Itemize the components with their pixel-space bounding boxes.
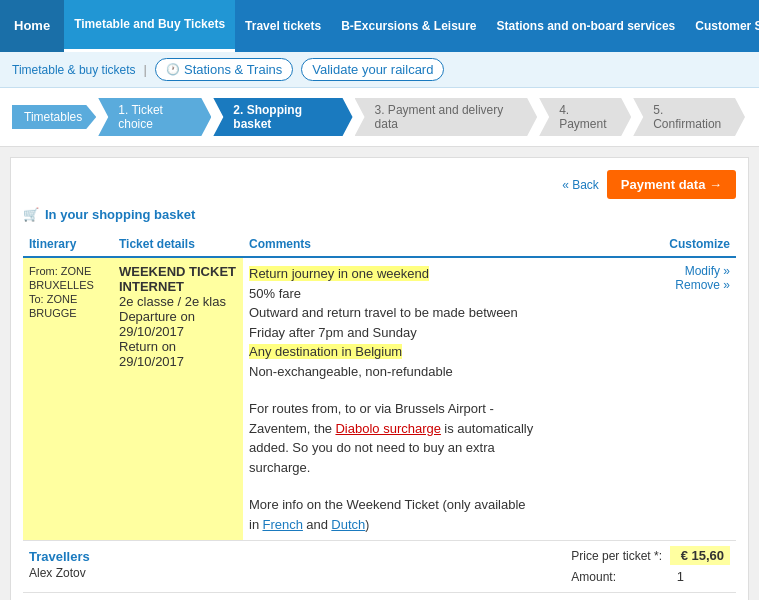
clock-icon: 🕐 (166, 63, 180, 76)
nav-customer[interactable]: Customer Service (685, 0, 759, 52)
dutch-link[interactable]: Dutch (331, 517, 365, 532)
main-content: « Back Payment data → 🛒 In your shopping… (10, 157, 749, 600)
comment-highlight-1: Return journey in one weekend (249, 266, 429, 281)
table-row: From: ZONEBRUXELLESTo: ZONEBRUGGE WEEKEN… (23, 257, 736, 541)
top-back-link[interactable]: « Back (562, 178, 599, 192)
price-per-ticket-value: € 15,60 (670, 546, 730, 565)
ticket-departure: Departure on 29/10/2017 (119, 309, 195, 339)
amount-label: Amount: (571, 570, 616, 584)
comment-line-2: 50% fare (249, 286, 301, 301)
remove-link[interactable]: Remove » (662, 278, 730, 292)
breadcrumb-separator: | (144, 62, 147, 77)
nav-stations[interactable]: Stations and on-board services (487, 0, 686, 52)
secondary-nav: Timetable & buy tickets | 🕐 Stations & T… (0, 52, 759, 88)
and-text: and (306, 517, 328, 532)
price-right-block: Price per ticket *: € 15,60 Amount: 1 (571, 546, 730, 584)
subtotal-section: Subtotal: € 15,60 (23, 593, 736, 600)
empty-cell (543, 257, 656, 541)
itinerary-text: From: ZONEBRUXELLESTo: ZONEBRUGGE (29, 265, 94, 319)
nav-excursions[interactable]: B-Excursions & Leisure (331, 0, 486, 52)
top-nav: Home Timetable and Buy Tickets Travel ti… (0, 0, 759, 52)
col-itinerary: Itinerary (23, 232, 113, 257)
steps-bar: Timetables 1. Ticket choice 2. Shopping … (0, 88, 759, 147)
travellers-section: Travellers Alex Zotov Price per ticket *… (23, 541, 736, 593)
nav-home[interactable]: Home (0, 0, 64, 52)
col-empty (543, 232, 656, 257)
nav-timetable[interactable]: Timetable and Buy Tickets (64, 0, 235, 52)
stations-trains-button[interactable]: 🕐 Stations & Trains (155, 58, 293, 81)
ticket-table: Itinerary Ticket details Comments Custom… (23, 232, 736, 541)
price-per-ticket-label: Price per ticket *: (571, 549, 662, 563)
validate-railcard-button[interactable]: Validate your railcard (301, 58, 444, 81)
top-action-bar: « Back Payment data → (23, 170, 736, 199)
comments-cell: Return journey in one weekend 50% fare O… (243, 257, 543, 541)
col-comments: Comments (243, 232, 543, 257)
comment-line-5: Non-exchangeable, non-refundable (249, 364, 453, 379)
amount-value: 1 (624, 569, 684, 584)
step-confirmation[interactable]: 5. Confirmation (633, 98, 745, 136)
step-payment[interactable]: 4. Payment (539, 98, 631, 136)
ticket-class: 2e classe / 2e klas (119, 294, 226, 309)
modify-link[interactable]: Modify » (662, 264, 730, 278)
comment-highlight-2: Any destination in Belgium (249, 344, 402, 359)
diabolo-link[interactable]: Diabolo surcharge (335, 421, 441, 436)
ticket-details-cell: WEEKEND TICKET INTERNET 2e classe / 2e k… (113, 257, 243, 541)
price-per-ticket-row: Price per ticket *: € 15,60 (571, 546, 730, 565)
basket-icon: 🛒 (23, 207, 39, 222)
comment-block: Return journey in one weekend 50% fare O… (249, 264, 537, 534)
top-payment-button[interactable]: Payment data → (607, 170, 736, 199)
step-payment-delivery[interactable]: 3. Payment and delivery data (355, 98, 538, 136)
amount-row: Amount: 1 (571, 569, 730, 584)
ticket-return: Return on 29/10/2017 (119, 339, 184, 369)
col-ticket-details: Ticket details (113, 232, 243, 257)
step-ticket-choice[interactable]: 1. Ticket choice (98, 98, 211, 136)
step-timetables[interactable]: Timetables (12, 105, 96, 129)
timetable-breadcrumb-link[interactable]: Timetable & buy tickets (12, 63, 136, 77)
basket-title: 🛒 In your shopping basket (23, 207, 736, 222)
comment-line-3: Outward and return travel to be made bet… (249, 305, 518, 340)
col-customize: Customize (656, 232, 736, 257)
ticket-name: WEEKEND TICKET INTERNET (119, 264, 236, 294)
nav-travel[interactable]: Travel tickets (235, 0, 331, 52)
step-shopping-basket[interactable]: 2. Shopping basket (213, 98, 352, 136)
itinerary-cell: From: ZONEBRUXELLESTo: ZONEBRUGGE (23, 257, 113, 541)
french-link[interactable]: French (262, 517, 302, 532)
customize-cell: Modify » Remove » (656, 257, 736, 541)
